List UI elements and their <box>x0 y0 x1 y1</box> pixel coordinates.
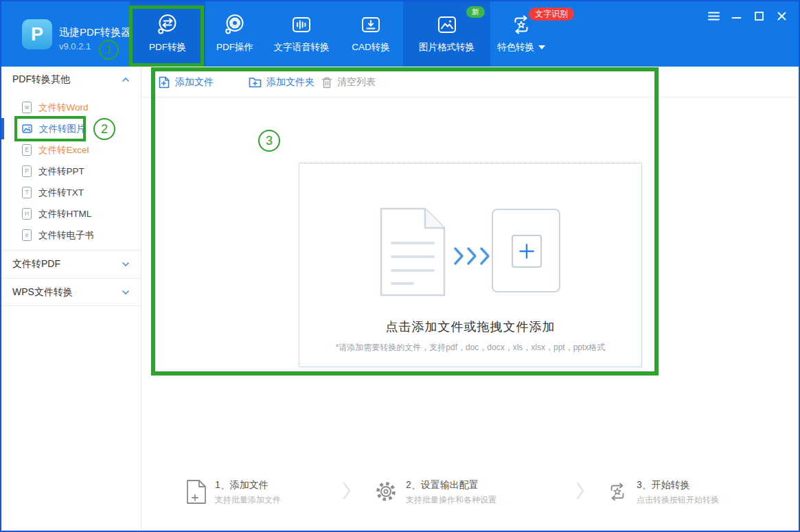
chevron-up-icon <box>122 77 130 82</box>
maximize-button[interactable] <box>753 10 765 22</box>
gear-icon <box>374 479 398 504</box>
sidebar-items: w 文件转Word 文件转图片 E 文件转Excel P 文件转PPT <box>1 93 141 250</box>
tab-text-speech[interactable]: 文字语音转换 <box>264 1 339 67</box>
image-file-icon <box>22 124 32 134</box>
close-button[interactable] <box>775 10 788 22</box>
tab-image-format[interactable]: 新 图片格式转换 <box>403 1 490 67</box>
ocr-badge: 文字识别 <box>529 8 574 21</box>
plus-icon <box>512 235 542 268</box>
step-start-convert: 3、开始转换 点击转换按钮开始转换 <box>606 479 719 506</box>
ebook-file-icon: e <box>22 229 32 241</box>
item-label: 文件转图片 <box>39 123 86 135</box>
tab-label: 文字语音转换 <box>274 41 330 54</box>
dropzone-title: 点击添加文件或拖拽文件添加 <box>299 319 641 335</box>
item-label: 文件转HTML <box>38 208 91 220</box>
ppt-file-icon: P <box>22 165 32 177</box>
html-file-icon: H <box>22 208 32 220</box>
section-label: PDF转换其他 <box>12 73 70 86</box>
sidebar-section-wps-convert[interactable]: WPS文件转换 <box>1 278 141 306</box>
app-logo: P <box>22 19 52 49</box>
new-badge: 新 <box>466 6 485 18</box>
item-label: 文件转Excel <box>38 144 89 157</box>
item-label: 文件转Word <box>38 102 89 114</box>
step-title: 3、开始转换 <box>637 479 719 491</box>
document-icon <box>377 206 448 301</box>
sidebar-item-to-ebook[interactable]: e 文件转电子书 <box>1 224 141 246</box>
separator-chevron-icon <box>575 481 585 501</box>
nav-tabs: PDF转换 PDF操作 <box>130 1 552 67</box>
selected-indicator <box>1 118 4 139</box>
tab-pdf-convert[interactable]: PDF转换 <box>130 1 205 67</box>
menu-icon[interactable] <box>707 10 720 22</box>
sidebar-item-to-ppt[interactable]: P 文件转PPT <box>1 161 141 182</box>
logo-letter: P <box>31 24 43 45</box>
button-label: 添加文件 <box>175 76 214 89</box>
app-title: 迅捷PDF转换器 <box>59 26 131 39</box>
minimize-button[interactable] <box>730 10 742 22</box>
sidebar: PDF转换其他 w 文件转Word 文件转图片 E 文件转Excel <box>1 67 141 532</box>
tab-label: 特色转换 <box>497 41 534 54</box>
tab-cad-convert[interactable]: CAD转换 <box>339 1 403 67</box>
image-icon <box>435 13 459 36</box>
chevron-down-icon <box>122 290 130 295</box>
txt-file-icon: T <box>22 187 32 198</box>
step-configure-output: 2、设置输出配置 支持批量操作和各种设置 <box>374 479 496 506</box>
sidebar-section-file-to-pdf[interactable]: 文件转PDF <box>1 250 141 278</box>
chevron-down-icon <box>122 262 130 267</box>
sidebar-item-to-word[interactable]: w 文件转Word <box>1 97 141 118</box>
section-label: 文件转PDF <box>12 258 60 270</box>
clear-list-button[interactable]: 清空列表 <box>321 67 376 97</box>
step-title: 1、添加文件 <box>215 479 281 491</box>
pdf-convert-icon <box>156 13 179 36</box>
chevron-down-icon <box>538 45 545 49</box>
trash-icon <box>321 76 332 89</box>
app-version: v9.0.2.1 <box>59 41 91 51</box>
file-plus-icon <box>185 479 207 505</box>
sidebar-section-pdf-to-other[interactable]: PDF转换其他 <box>1 67 141 93</box>
arrows-right-icon <box>453 246 490 266</box>
tab-label: PDF转换 <box>149 41 186 54</box>
step-title: 2、设置输出配置 <box>406 479 496 491</box>
file-dropzone[interactable]: 点击添加文件或拖拽文件添加 *请添加需要转换的文件，支持pdf，doc，docx… <box>299 163 642 367</box>
sidebar-item-to-txt[interactable]: T 文件转TXT <box>1 182 141 203</box>
dropzone-hint: *请添加需要转换的文件，支持pdf，doc，docx，xls，xlsx，ppt，… <box>299 342 641 354</box>
app-window: P 迅捷PDF转换器 v9.0.2.1 PDF转换 <box>0 0 800 532</box>
folder-plus-icon <box>249 76 262 88</box>
item-label: 文件转PPT <box>38 165 84 178</box>
file-plus-icon <box>158 76 170 89</box>
toolbar: 添加文件 添加文件夹 清空列表 <box>141 67 800 97</box>
convert-star-icon <box>606 479 629 504</box>
section-label: WPS文件转换 <box>12 286 73 299</box>
step-desc: 支持批量操作和各种设置 <box>406 494 496 506</box>
sidebar-item-to-html[interactable]: H 文件转HTML <box>1 203 141 224</box>
window-controls <box>707 10 788 22</box>
word-file-icon: w <box>22 102 32 113</box>
sidebar-item-to-excel[interactable]: E 文件转Excel <box>1 139 141 161</box>
tab-special-convert[interactable]: 文字识别 特色转换 <box>490 1 552 67</box>
tab-label: CAD转换 <box>352 41 390 54</box>
add-folder-button[interactable]: 添加文件夹 <box>249 67 315 97</box>
excel-file-icon: E <box>22 144 32 156</box>
tab-pdf-operate[interactable]: PDF操作 <box>205 1 264 67</box>
add-target-box <box>492 209 560 292</box>
step-add-file: 1、添加文件 支持批量添加文件 <box>185 479 281 506</box>
main-panel: 添加文件 添加文件夹 清空列表 <box>141 67 800 532</box>
step-desc: 点击转换按钮开始转换 <box>637 494 719 506</box>
tab-label: PDF操作 <box>216 41 253 54</box>
pdf-operate-icon <box>223 13 247 36</box>
button-label: 添加文件夹 <box>266 76 315 89</box>
cad-icon <box>359 13 382 36</box>
button-label: 清空列表 <box>337 76 376 89</box>
tab-label: 图片格式转换 <box>419 41 475 54</box>
item-label: 文件转电子书 <box>38 229 94 242</box>
item-label: 文件转TXT <box>38 187 84 199</box>
step-desc: 支持批量添加文件 <box>215 494 281 506</box>
separator-chevron-icon <box>342 481 352 501</box>
audio-icon <box>290 13 313 36</box>
steps-guide: 1、添加文件 支持批量添加文件 2、设置输出配置 支持批量操作和各种设置 <box>141 475 800 516</box>
add-file-button[interactable]: 添加文件 <box>158 67 214 97</box>
header: P 迅捷PDF转换器 v9.0.2.1 PDF转换 <box>1 1 799 67</box>
sidebar-item-to-image[interactable]: 文件转图片 <box>1 118 141 139</box>
